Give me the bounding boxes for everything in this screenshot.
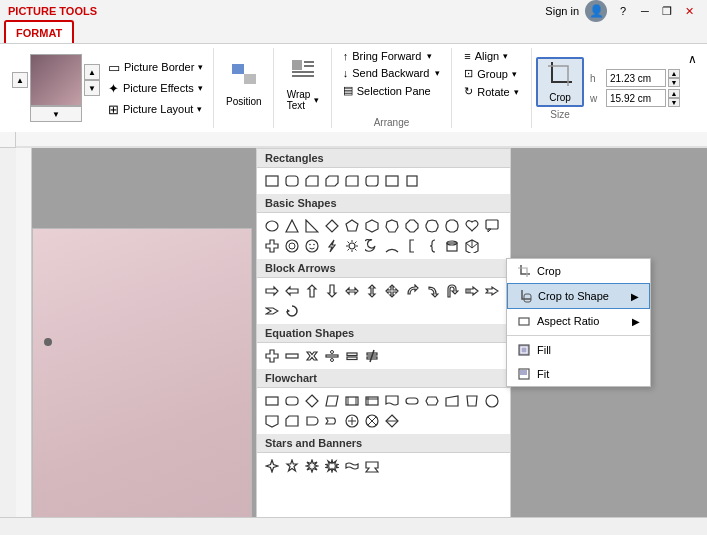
shape-chevron[interactable]	[263, 302, 281, 320]
crop-menu-crop-to-shape[interactable]: Crop to Shape ▶	[507, 283, 650, 309]
shape-div[interactable]	[323, 347, 341, 365]
shape-rounded-rect[interactable]	[283, 172, 301, 190]
shape-callout[interactable]	[483, 217, 501, 235]
shape-fc-decision[interactable]	[303, 392, 321, 410]
crop-menu-aspect-ratio[interactable]: Aspect Ratio ▶	[507, 309, 650, 333]
shape-5star[interactable]	[283, 457, 301, 475]
shape-right-triangle[interactable]	[303, 217, 321, 235]
picture-effects-btn[interactable]: ✦ Picture Effects ▾	[104, 79, 207, 98]
crop-menu-fit[interactable]: Fit	[507, 362, 650, 386]
shape-rect2[interactable]	[383, 172, 401, 190]
shape-wave-banner[interactable]	[343, 457, 361, 475]
shape-fc-manual-input[interactable]	[443, 392, 461, 410]
shape-snip-rect[interactable]	[303, 172, 321, 190]
position-btn[interactable]: Position	[218, 48, 270, 118]
minimize-button[interactable]: ─	[635, 2, 655, 20]
shape-up-down-arrow[interactable]	[363, 282, 381, 300]
shape-fc-manual-op[interactable]	[463, 392, 481, 410]
help-button[interactable]: ?	[613, 2, 633, 20]
shape-fc-sort[interactable]	[383, 412, 401, 430]
thumb-right-up-btn[interactable]: ▲	[84, 64, 100, 80]
shape-lightning[interactable]	[323, 237, 341, 255]
width-down-btn[interactable]: ▼	[668, 98, 680, 107]
shape-snip2-rect[interactable]	[323, 172, 341, 190]
align-btn[interactable]: ≡ Align ▾	[460, 48, 522, 64]
width-up-btn[interactable]: ▲	[668, 89, 680, 98]
shape-4way-arrow[interactable]	[383, 282, 401, 300]
shape-6star[interactable]	[303, 457, 321, 475]
shape-round2-rect[interactable]	[363, 172, 381, 190]
shape-brace[interactable]	[423, 237, 441, 255]
shape-arc[interactable]	[383, 237, 401, 255]
shape-fc-offpage[interactable]	[263, 412, 281, 430]
selection-pane-btn[interactable]: ▤ Selection Pane	[339, 82, 445, 99]
shape-fc-delay[interactable]	[303, 412, 321, 430]
bring-forward-btn[interactable]: ↑ Bring Forward ▾	[339, 48, 445, 64]
shape-notched-right[interactable]	[483, 282, 501, 300]
shape-round-snip[interactable]	[343, 172, 361, 190]
shape-fc-display[interactable]	[323, 412, 341, 430]
shape-smiley[interactable]	[303, 237, 321, 255]
shape-8star[interactable]	[323, 457, 341, 475]
shape-rect3[interactable]	[403, 172, 421, 190]
shape-fc-doc[interactable]	[383, 392, 401, 410]
shape-up-arrow[interactable]	[303, 282, 321, 300]
shape-cylinder[interactable]	[443, 237, 461, 255]
crop-menu-fill[interactable]: Fill	[507, 338, 650, 362]
shape-fc-alt-process[interactable]	[283, 392, 301, 410]
shape-curved-right-arrow[interactable]	[403, 282, 421, 300]
shape-bracket[interactable]	[403, 237, 421, 255]
shape-fc-card[interactable]	[283, 412, 301, 430]
crop-menu-crop[interactable]: Crop	[507, 259, 650, 283]
thumb-up-btn[interactable]: ▲	[12, 72, 28, 88]
shape-times[interactable]	[303, 347, 321, 365]
tab-format[interactable]: FORMAT	[4, 20, 74, 43]
shape-dodecagon[interactable]	[443, 217, 461, 235]
shape-ellipse[interactable]	[263, 217, 281, 235]
shape-cube[interactable]	[463, 237, 481, 255]
group-btn[interactable]: ⊡ Group ▾	[460, 65, 522, 82]
shape-ribbon[interactable]	[363, 457, 381, 475]
shape-cross[interactable]	[263, 237, 281, 255]
shape-left-arrow[interactable]	[283, 282, 301, 300]
crop-btn[interactable]: Crop	[536, 57, 584, 107]
shape-not-equals[interactable]	[363, 347, 381, 365]
shape-fc-data[interactable]	[323, 392, 341, 410]
shape-minus[interactable]	[283, 347, 301, 365]
shape-striped-right[interactable]	[463, 282, 481, 300]
shape-4star[interactable]	[263, 457, 281, 475]
shape-fc-connector[interactable]	[483, 392, 501, 410]
shape-pentagon[interactable]	[343, 217, 361, 235]
resize-handle[interactable]	[44, 338, 52, 346]
send-backward-btn[interactable]: ↓ Send Backward ▾	[339, 65, 445, 81]
shape-octagon[interactable]	[403, 217, 421, 235]
shape-fc-prep[interactable]	[423, 392, 441, 410]
shape-heart-base[interactable]	[463, 217, 481, 235]
shape-fc-terminator[interactable]	[403, 392, 421, 410]
shape-rect[interactable]	[263, 172, 281, 190]
picture-border-btn[interactable]: ▭ Picture Border ▾	[104, 58, 207, 77]
shape-equals[interactable]	[343, 347, 361, 365]
shape-heptagon[interactable]	[383, 217, 401, 235]
thumb-right-down-btn[interactable]: ▼	[84, 80, 100, 96]
shape-sun[interactable]	[343, 237, 361, 255]
shape-ring[interactable]	[283, 237, 301, 255]
shape-triangle[interactable]	[283, 217, 301, 235]
collapse-ribbon-btn[interactable]: ∧	[688, 52, 697, 66]
shape-fc-internal[interactable]	[363, 392, 381, 410]
shape-plus[interactable]	[263, 347, 281, 365]
shape-circular-arrow[interactable]	[283, 302, 301, 320]
restore-button[interactable]: ❐	[657, 2, 677, 20]
thumb-down-btn[interactable]: ▼	[30, 106, 82, 122]
shape-hexagon[interactable]	[363, 217, 381, 235]
shape-u-turn-arrow[interactable]	[443, 282, 461, 300]
height-input[interactable]	[606, 69, 666, 87]
shape-fc-process[interactable]	[263, 392, 281, 410]
shape-moon[interactable]	[363, 237, 381, 255]
shape-diamond[interactable]	[323, 217, 341, 235]
wrap-text-btn[interactable]: Wrap Text ▾	[279, 48, 327, 118]
shape-fc-predefined[interactable]	[343, 392, 361, 410]
picture-layout-btn[interactable]: ⊞ Picture Layout ▾	[104, 100, 207, 119]
shape-down-arrow[interactable]	[323, 282, 341, 300]
shape-decagon[interactable]	[423, 217, 441, 235]
